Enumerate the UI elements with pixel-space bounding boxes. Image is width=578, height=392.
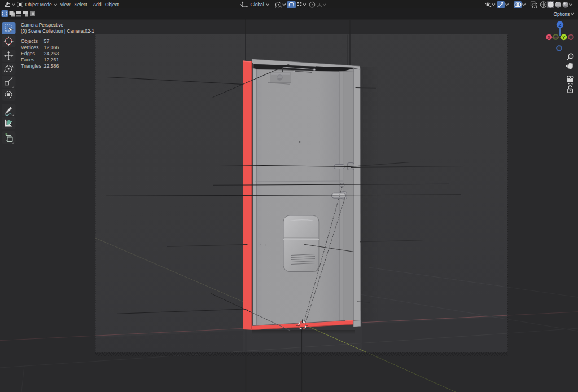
svg-text:24,263: 24,263 bbox=[44, 51, 59, 56]
svg-text:Z: Z bbox=[559, 23, 562, 28]
svg-text:View: View bbox=[60, 2, 71, 7]
svg-text:12,066: 12,066 bbox=[44, 45, 59, 50]
svg-text:57: 57 bbox=[44, 38, 50, 44]
svg-text:Faces: Faces bbox=[21, 57, 35, 63]
svg-text:X: X bbox=[548, 35, 550, 40]
svg-text:12,261: 12,261 bbox=[44, 57, 59, 63]
svg-text:Select: Select bbox=[75, 2, 88, 7]
svg-text:Edges: Edges bbox=[21, 51, 36, 56]
svg-text:(0) Scene Collection | Camera.: (0) Scene Collection | Camera.02-1 bbox=[21, 28, 94, 34]
svg-text:Objects: Objects bbox=[21, 38, 38, 44]
svg-text:Camera Perspective: Camera Perspective bbox=[21, 22, 64, 28]
svg-text:22,586: 22,586 bbox=[44, 63, 59, 69]
svg-text:Object: Object bbox=[105, 2, 119, 7]
svg-text:Vertices: Vertices bbox=[21, 45, 39, 50]
svg-text:Object Mode: Object Mode bbox=[25, 2, 52, 7]
svg-text:Global: Global bbox=[251, 2, 264, 7]
svg-text:Triangles: Triangles bbox=[21, 63, 41, 69]
svg-text:Add: Add bbox=[93, 2, 102, 7]
svg-text:Y: Y bbox=[562, 35, 565, 40]
svg-text:Options: Options bbox=[554, 11, 570, 17]
